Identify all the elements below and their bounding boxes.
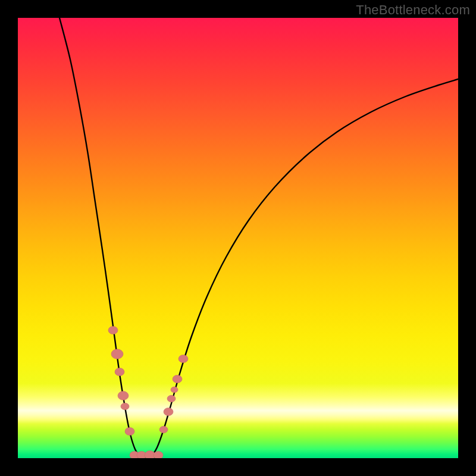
highlight-dot xyxy=(167,395,176,402)
highlight-dot xyxy=(159,426,168,433)
highlight-dot xyxy=(164,408,173,415)
highlight-dot xyxy=(118,392,129,400)
highlight-dot xyxy=(121,403,129,409)
highlight-dot xyxy=(125,427,134,435)
plot-area xyxy=(18,18,458,458)
chart-frame: TheBottleneck.com xyxy=(0,0,476,476)
highlight-dot xyxy=(115,368,124,375)
watermark-text: TheBottleneck.com xyxy=(356,2,470,18)
highlight-dot xyxy=(108,326,118,334)
highlight-dot xyxy=(154,451,163,458)
bottleneck-curve xyxy=(60,18,458,457)
highlight-dot xyxy=(171,387,178,393)
highlight-dot xyxy=(173,375,182,383)
highlight-dots xyxy=(108,326,188,458)
curve-layer xyxy=(18,18,458,458)
highlight-dot xyxy=(178,355,188,362)
highlight-dot xyxy=(111,349,123,359)
